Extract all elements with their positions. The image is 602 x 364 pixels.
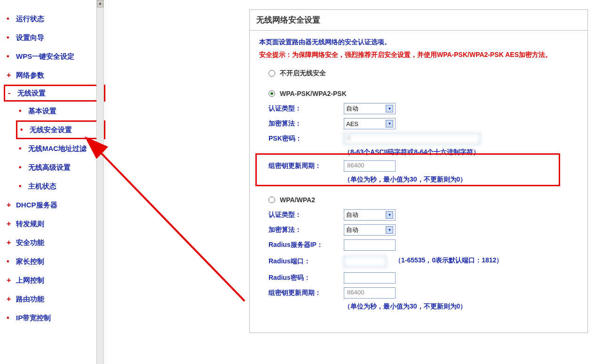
select-value: 自动 [346, 211, 358, 219]
nav-label: WPS一键安全设定 [16, 52, 74, 61]
section-wpa: WPA/WPA2 认证类型： 自动 ▾ 加密算法： 自动 ▾ Radius服务器… [269, 196, 578, 311]
radio-label: 不开启无线安全 [280, 69, 326, 78]
nav-basic-settings[interactable]: •基本设置 [7, 102, 105, 120]
psk-hint: （8-63个ASCII码字符或8-64个十六进制字符） [344, 148, 578, 157]
radius-pwd-input[interactable] [344, 272, 396, 284]
chevron-down-icon: ▾ [386, 211, 393, 219]
row-auth-type: 认证类型： 自动 ▾ [269, 103, 578, 114]
field-label: PSK密码： [269, 135, 344, 143]
scrollbar[interactable]: ▲ [96, 0, 104, 364]
plus-icon: + [7, 295, 12, 303]
nav-network-params[interactable]: +网络参数 [7, 66, 105, 85]
field-label: 认证类型： [269, 211, 344, 219]
plus-icon: + [7, 238, 12, 247]
sidebar: ▲ •运行状态 •设置向导 •WPS一键安全设定 +网络参数 -无线设置 •基本… [0, 0, 106, 364]
panel-body: 本页面设置路由器无线网络的安全认证选项。 安全提示：为保障网络安全，强烈推荐开启… [250, 31, 587, 332]
nav-wps[interactable]: •WPS一键安全设定 [7, 47, 105, 66]
panel-title: 无线网络安全设置 [250, 10, 587, 31]
nav-dhcp[interactable]: +DHCP服务器 [7, 196, 105, 214]
nav-run-status[interactable]: •运行状态 [7, 9, 105, 28]
wpa-rekey-input[interactable]: 86400 [344, 287, 396, 299]
nav-label: IP带宽控制 [16, 314, 51, 323]
select-auth-type[interactable]: 自动 ▾ [344, 103, 396, 114]
nav-label: 无线MAC地址过滤 [28, 144, 87, 153]
select-encrypt[interactable]: AES ▾ [344, 118, 396, 129]
radius-ip-input[interactable] [344, 239, 396, 251]
nav-access-control[interactable]: +上网控制 [7, 271, 105, 290]
nav-label: 上网控制 [16, 276, 44, 285]
radio-label: WPA-PSK/WPA2-PSK [280, 90, 347, 97]
bullet-icon: • [19, 144, 24, 153]
nav-wireless-advanced[interactable]: •无线高级设置 [7, 158, 105, 177]
nav-wireless-settings[interactable]: -无线设置 [4, 85, 105, 102]
field-label: Radius服务器IP： [269, 241, 344, 249]
field-label: 组密钥更新周期： [269, 289, 344, 297]
nav-label: 安全功能 [16, 238, 44, 247]
radio-wpapsk[interactable]: WPA-PSK/WPA2-PSK [269, 90, 578, 97]
section-wpapsk: WPA-PSK/WPA2-PSK 认证类型： 自动 ▾ 加密算法： AES ▾ … [269, 90, 578, 184]
field-label: Radius端口： [269, 257, 344, 266]
select-value: 自动 [346, 104, 358, 113]
row-radius-ip: Radius服务器IP： [269, 239, 578, 251]
field-label: 加密算法： [269, 226, 344, 234]
select-wpa-auth[interactable]: 自动 ▾ [344, 209, 396, 221]
nav-label: 家长控制 [16, 257, 44, 266]
radius-port-input[interactable] [344, 256, 386, 267]
plus-icon: + [7, 220, 12, 228]
nav-label: 运行状态 [16, 15, 44, 24]
rekey-hint: （单位为秒，最小值为30，不更新则为0） [344, 175, 578, 184]
nav-label: 设置向导 [16, 33, 44, 42]
select-wpa-enc[interactable]: 自动 ▾ [344, 224, 396, 236]
nav-host-status[interactable]: •主机状态 [7, 177, 105, 196]
intro-text: 本页面设置路由器无线网络的安全认证选项。 [259, 38, 578, 47]
nav-security[interactable]: +安全功能 [7, 233, 105, 252]
row-radius-port: Radius端口： （1-65535，0表示默认端口：1812） [269, 254, 578, 269]
nav-forwarding[interactable]: +转发规则 [7, 214, 105, 233]
row-encrypt: 加密算法： AES ▾ [269, 118, 578, 129]
nav-bandwidth[interactable]: •IP带宽控制 [7, 309, 105, 327]
radio-wpa[interactable]: WPA/WPA2 [269, 196, 578, 204]
bullet-icon: • [7, 314, 12, 322]
bullet-icon: • [7, 33, 12, 42]
plus-icon: + [7, 201, 12, 209]
bullet-icon: • [7, 257, 12, 266]
nav-label: 无线安全设置 [30, 126, 72, 135]
section-disable: 不开启无线安全 [269, 69, 578, 78]
rekey-input[interactable]: 86400 [344, 160, 396, 172]
nav-setup-wizard[interactable]: •设置向导 [7, 28, 105, 47]
bullet-icon: • [19, 107, 24, 115]
radio-label: WPA/WPA2 [280, 196, 315, 204]
plus-icon: + [7, 276, 12, 285]
bullet-icon: • [20, 126, 26, 134]
chevron-down-icon: ▾ [386, 226, 393, 234]
nav-routing[interactable]: +路由功能 [7, 290, 105, 309]
chevron-down-icon: ▾ [386, 105, 393, 112]
nav-label: 网络参数 [16, 71, 44, 80]
row-rekey: 组密钥更新周期： 86400 [269, 160, 578, 172]
field-label: 组密钥更新周期： [269, 162, 344, 170]
field-label: 加密算法： [269, 119, 344, 128]
main-panel: 无线网络安全设置 本页面设置路由器无线网络的安全认证选项。 安全提示：为保障网络… [249, 9, 588, 333]
field-label: 认证类型： [269, 104, 344, 113]
plus-icon: + [7, 71, 12, 79]
row-wpa-rekey: 组密钥更新周期： 86400 [269, 287, 578, 299]
nav-wireless-security[interactable]: •无线安全设置 [16, 120, 105, 139]
select-value: 自动 [346, 226, 358, 234]
nav-mac-filter[interactable]: •无线MAC地址过滤 [7, 139, 105, 158]
row-wpa-auth: 认证类型： 自动 ▾ [269, 209, 578, 221]
radio-disable-security[interactable]: 不开启无线安全 [269, 69, 578, 78]
select-value: AES [346, 120, 358, 127]
nav-list: •运行状态 •设置向导 •WPS一键安全设定 +网络参数 -无线设置 •基本设置… [0, 0, 105, 327]
nav-label: 转发规则 [16, 220, 44, 229]
chevron-down-icon: ▾ [386, 120, 393, 127]
minus-icon: - [8, 89, 14, 97]
scroll-up-icon[interactable]: ▲ [97, 0, 103, 8]
radio-checked-icon [269, 90, 275, 97]
psk-password-input[interactable]: 9 [344, 133, 480, 144]
nav-label: 无线设置 [17, 89, 46, 98]
bullet-icon: • [19, 182, 24, 190]
nav-label: 主机状态 [28, 182, 56, 191]
nav-parental[interactable]: •家长控制 [7, 252, 105, 271]
row-wpa-enc: 加密算法： 自动 ▾ [269, 224, 578, 236]
bullet-icon: • [7, 52, 12, 61]
